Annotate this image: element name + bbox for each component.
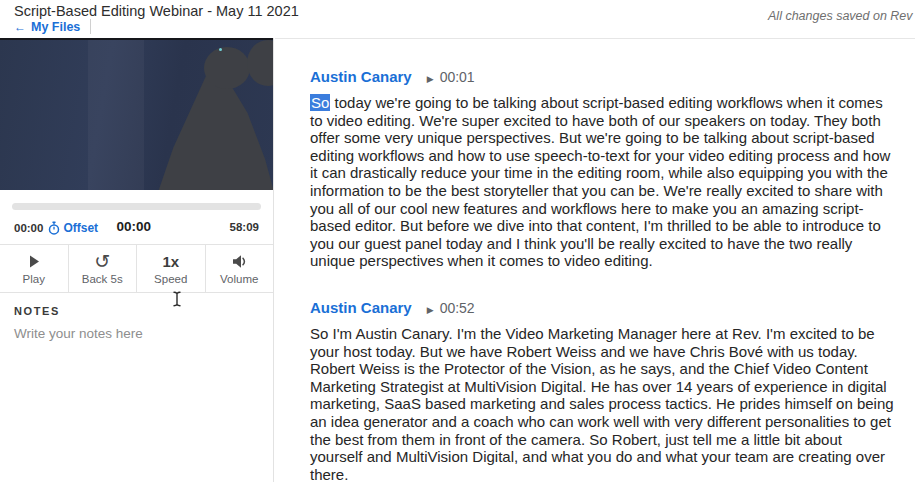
timestamp-button[interactable]: ▶ 00:01 xyxy=(427,69,475,85)
document-title: Script-Based Editing Webinar - May 11 20… xyxy=(14,3,299,19)
notes-section: NOTES Write your notes here xyxy=(0,293,273,353)
paragraph-text: today we're going to be talking about sc… xyxy=(310,94,890,269)
player-controls: Play ↺ Back 5s 1x Speed Volume xyxy=(0,244,273,293)
offset-button[interactable]: Offset xyxy=(48,221,98,235)
speaker-name[interactable]: Austin Canary xyxy=(310,68,412,85)
seek-bar[interactable] xyxy=(12,203,261,210)
back-5s-label: Back 5s xyxy=(82,273,123,285)
timeline-section: 00:00 Offset 00:00 58:09 xyxy=(0,190,273,237)
block-header: Austin Canary ▶ 00:01 xyxy=(310,68,897,85)
back-to-my-files-link[interactable]: ← My Files xyxy=(14,19,91,34)
notes-heading: NOTES xyxy=(14,305,259,317)
video-highlight-dot xyxy=(219,48,222,51)
play-marker-icon: ▶ xyxy=(427,74,434,84)
video-thumbnail-band xyxy=(88,40,144,190)
play-marker-icon: ▶ xyxy=(427,305,434,315)
transcript-paragraph[interactable]: So I'm Austin Canary. I'm the Video Mark… xyxy=(310,325,897,482)
video-player[interactable] xyxy=(0,38,273,190)
time-row: 00:00 Offset 00:00 58:09 xyxy=(12,218,261,237)
speaker-silhouette-body xyxy=(148,76,273,190)
play-button[interactable]: Play xyxy=(0,245,69,292)
breadcrumb-divider xyxy=(90,19,91,34)
timestamp-value: 00:52 xyxy=(440,300,475,316)
paragraph-text: So I'm Austin Canary. I'm the Video Mark… xyxy=(310,325,894,482)
media-sidebar: 00:00 Offset 00:00 58:09 Play xyxy=(0,38,274,482)
speaker-name[interactable]: Austin Canary xyxy=(310,299,412,316)
speaker-silhouette-head xyxy=(204,47,250,89)
transcript-block: Austin Canary ▶ 00:52 So I'm Austin Cana… xyxy=(310,299,897,482)
highlighted-word[interactable]: So xyxy=(310,94,330,111)
transcript-paragraph[interactable]: So today we're going to be talking about… xyxy=(310,94,897,270)
volume-label: Volume xyxy=(220,273,258,285)
duration: 58:09 xyxy=(230,221,259,233)
transcript-block: Austin Canary ▶ 00:01 So today we're goi… xyxy=(310,68,897,270)
save-status: All changes saved on Rev 2 xyxy=(768,9,915,23)
back-arrow-icon: ← xyxy=(14,20,26,34)
speed-value: 1x xyxy=(162,253,179,270)
app-header: Script-Based Editing Webinar - May 11 20… xyxy=(0,0,915,38)
stopwatch-icon xyxy=(48,221,60,235)
rewind-5s-icon: ↺ xyxy=(94,252,110,271)
elapsed-time: 00:00 xyxy=(116,219,151,234)
back-link-label: My Files xyxy=(31,20,80,34)
timestamp-value: 00:01 xyxy=(440,69,475,85)
speed-value-icon: 1x xyxy=(162,252,179,271)
transcript-editor: Austin Canary ▶ 00:01 So today we're goi… xyxy=(275,38,915,482)
current-time: 00:00 xyxy=(14,222,43,234)
block-header: Austin Canary ▶ 00:52 xyxy=(310,299,897,316)
speed-button[interactable]: 1x Speed xyxy=(137,245,206,292)
back-5s-button[interactable]: ↺ Back 5s xyxy=(69,245,138,292)
offset-label: Offset xyxy=(63,221,98,235)
speed-label: Speed xyxy=(154,273,187,285)
volume-button[interactable]: Volume xyxy=(206,245,274,292)
play-icon xyxy=(27,252,41,271)
speaker-silhouette-blob xyxy=(247,40,273,86)
notes-input[interactable]: Write your notes here xyxy=(14,326,259,341)
volume-icon xyxy=(231,252,248,271)
play-label: Play xyxy=(23,273,45,285)
timestamp-button[interactable]: ▶ 00:52 xyxy=(427,300,475,316)
